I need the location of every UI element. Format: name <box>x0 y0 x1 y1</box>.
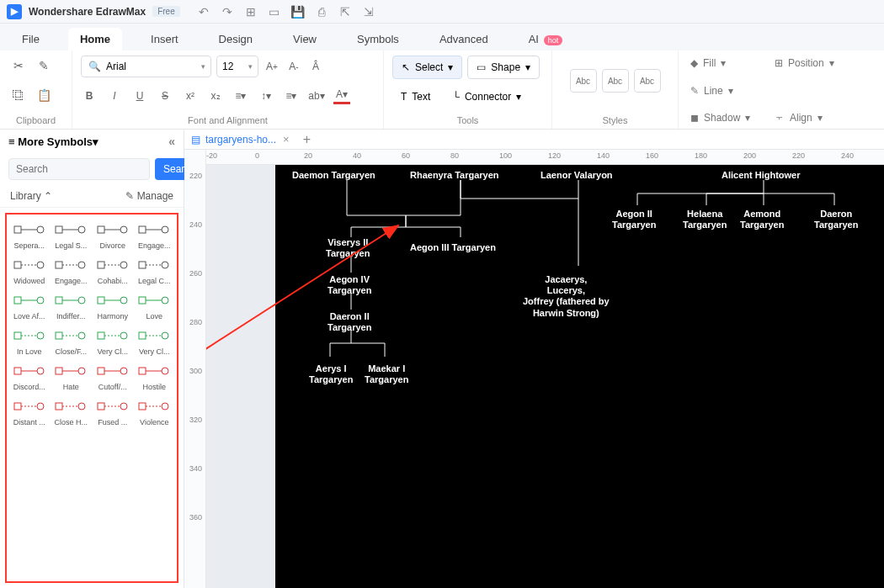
node-aemond[interactable]: Aemond Targaryen <box>740 209 784 230</box>
highlight-icon[interactable]: ab▾ <box>308 87 325 104</box>
increase-size-icon[interactable]: A+ <box>264 58 280 75</box>
node-laenor[interactable]: Laenor Valaryon <box>541 170 613 181</box>
bullets-icon[interactable]: ≡▾ <box>232 87 249 104</box>
shape-tool[interactable]: ▭ Shape ▾ <box>467 56 540 79</box>
node-daeron2[interactable]: Daeron II Targaryen <box>328 311 371 333</box>
symbol-9[interactable]: Indiffer... <box>51 289 93 322</box>
symbol-12[interactable]: In Love <box>8 324 51 358</box>
app-logo: ▶ <box>7 4 22 19</box>
open-icon[interactable]: ▭ <box>268 5 281 19</box>
font-color-icon[interactable]: A▾ <box>333 87 350 104</box>
position-button[interactable]: ⊞ Position ▾ <box>771 56 847 71</box>
font-size-select[interactable]: 12▾ <box>216 56 258 77</box>
clear-format-icon[interactable]: Â <box>307 58 324 75</box>
menu-design[interactable]: Design <box>207 28 264 50</box>
symbol-22[interactable]: Fused ... <box>92 395 134 428</box>
line-spacing-icon[interactable]: ↕▾ <box>258 87 274 104</box>
menu-symbols[interactable]: Symbols <box>345 28 411 50</box>
symbol-2[interactable]: Divorce <box>92 218 134 252</box>
font-family-select[interactable]: 🔍Arial▾ <box>81 56 211 77</box>
format-painter-icon[interactable]: ✎ <box>34 56 54 76</box>
menu-ai[interactable]: AI hot <box>517 28 574 50</box>
redo-icon[interactable]: ↷ <box>221 5 234 19</box>
symbol-13[interactable]: Close/F... <box>51 324 93 358</box>
subscript-icon[interactable]: x₂ <box>207 87 224 104</box>
symbol-11[interactable]: Love <box>134 289 176 322</box>
node-aerys1[interactable]: Aerys I Targaryen <box>309 363 353 385</box>
symbol-5[interactable]: Engage... <box>51 253 93 287</box>
symbol-16[interactable]: Discord... <box>8 359 51 393</box>
symbol-15[interactable]: Very Cl... <box>134 324 176 358</box>
symbol-1[interactable]: Legal S... <box>51 218 93 252</box>
align-button[interactable]: ⫟ Align ▾ <box>771 110 847 125</box>
undo-icon[interactable]: ↶ <box>197 5 210 19</box>
svg-rect-30 <box>98 297 104 304</box>
tab-close-icon[interactable]: × <box>283 133 290 146</box>
tab-add-icon[interactable]: + <box>303 132 311 147</box>
collapse-panel-icon[interactable]: « <box>168 135 175 148</box>
svg-rect-36 <box>14 332 21 339</box>
print-icon[interactable]: ⎙ <box>315 5 328 19</box>
library-toggle[interactable]: Library ⌃ <box>10 190 52 202</box>
style-swatch-3[interactable]: Abc <box>634 69 661 93</box>
align-icon[interactable]: ≡▾ <box>283 87 300 104</box>
manage-link[interactable]: ✎ Manage <box>125 190 173 202</box>
strike-icon[interactable]: S <box>157 87 173 104</box>
node-viserys2[interactable]: Viserys II Targaryen <box>326 237 370 259</box>
node-aegon4[interactable]: Aegon IV Targaryen <box>328 274 371 296</box>
select-tool[interactable]: ↖ Select ▾ <box>392 56 462 79</box>
canvas[interactable]: Daemon Targaryen Rhaenyra Targaryen Laen… <box>206 165 884 588</box>
italic-icon[interactable]: I <box>106 87 123 104</box>
menu-advanced[interactable]: Advanced <box>428 28 500 50</box>
symbol-7[interactable]: Legal C... <box>134 253 176 287</box>
node-laenor-note[interactable]: Jacaerys, Lucerys, Joffrey (fathered by … <box>523 274 610 319</box>
node-helaena[interactable]: Helaena Targaryen <box>683 209 727 230</box>
node-aegon3[interactable]: Aegon III Targaryen <box>410 242 496 253</box>
symbol-21[interactable]: Close H... <box>51 395 93 428</box>
node-aegon2[interactable]: Aegon II Targaryen <box>612 209 656 230</box>
symbol-10[interactable]: Harmony <box>92 289 134 322</box>
menu-home[interactable]: Home <box>68 28 122 50</box>
clipboard-label: Clipboard <box>8 114 63 125</box>
underline-icon[interactable]: U <box>131 87 148 104</box>
style-swatch-2[interactable]: Abc <box>602 69 629 93</box>
connector-tool[interactable]: └ Connector ▾ <box>444 85 530 109</box>
shadow-button[interactable]: ◼ Shadow ▾ <box>687 110 754 125</box>
save-icon[interactable]: 💾 <box>291 5 305 19</box>
symbol-4[interactable]: Widowed <box>8 253 51 287</box>
superscript-icon[interactable]: x² <box>182 87 199 104</box>
copy-icon[interactable]: ⿻ <box>8 85 29 105</box>
decrease-size-icon[interactable]: A- <box>285 58 302 75</box>
export-icon[interactable]: ⇱ <box>338 5 352 19</box>
symbol-23[interactable]: Violence <box>134 395 176 428</box>
more-symbols-dropdown[interactable]: ≡ More Symbols▾ <box>8 135 99 148</box>
cut-icon[interactable]: ✂ <box>8 56 29 76</box>
symbol-17[interactable]: Hate <box>51 359 93 393</box>
new-icon[interactable]: ⊞ <box>244 5 258 19</box>
fill-button[interactable]: ◆ Fill ▾ <box>687 56 754 71</box>
node-daeron[interactable]: Daeron Targaryen <box>814 209 858 230</box>
node-rhaenyra[interactable]: Rhaenyra Targaryen <box>410 170 499 181</box>
menu-insert[interactable]: Insert <box>139 28 190 50</box>
node-daemon[interactable]: Daemon Targaryen <box>292 170 375 181</box>
text-tool[interactable]: T Text <box>392 85 439 109</box>
symbol-search-input[interactable] <box>8 158 150 180</box>
node-maekar1[interactable]: Maekar I Targaryen <box>365 363 408 385</box>
bold-icon[interactable]: B <box>81 87 98 104</box>
symbol-0[interactable]: Sepera... <box>8 218 51 252</box>
node-alicent[interactable]: Alicent Hightower <box>722 170 801 181</box>
symbol-14[interactable]: Very Cl... <box>92 324 134 358</box>
symbol-19[interactable]: Hostile <box>134 359 176 393</box>
line-button[interactable]: ✎ Line ▾ <box>687 83 754 98</box>
menu-file[interactable]: File <box>10 28 51 50</box>
symbol-8[interactable]: Love Af... <box>8 289 51 322</box>
share-icon[interactable]: ⇲ <box>362 5 375 19</box>
symbol-6[interactable]: Cohabi... <box>92 253 134 287</box>
symbol-3[interactable]: Engage... <box>134 218 176 252</box>
style-swatch-1[interactable]: Abc <box>570 69 597 93</box>
menu-view[interactable]: View <box>281 28 328 50</box>
symbol-18[interactable]: Cutoff/... <box>92 359 134 393</box>
symbol-20[interactable]: Distant ... <box>8 395 51 428</box>
document-tab[interactable]: ▤ targaryens-ho... <box>191 134 276 146</box>
paste-icon[interactable]: 📋 <box>34 85 54 105</box>
